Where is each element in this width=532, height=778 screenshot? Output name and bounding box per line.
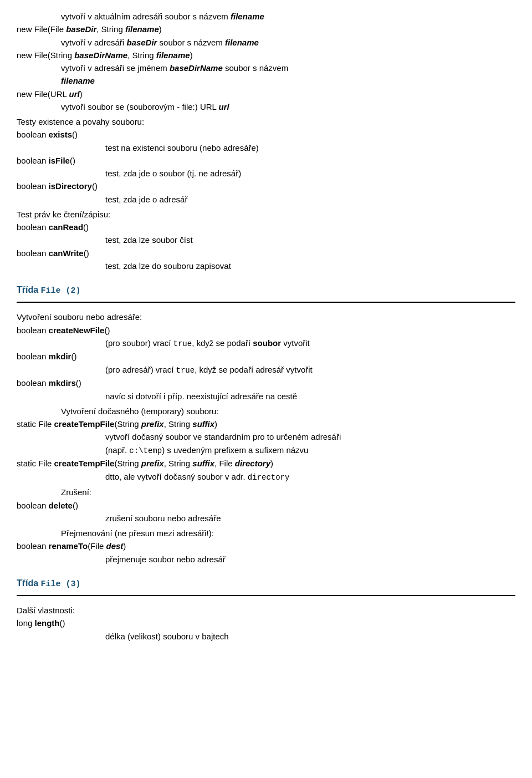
text: ) xyxy=(80,89,83,99)
line-2: new File(File baseDir, String filename) xyxy=(17,23,515,35)
line-delete-desc: zrušení souboru nebo adresáře xyxy=(105,512,515,525)
section-divider-file3 xyxy=(17,595,515,596)
text-bold: filename xyxy=(61,76,95,85)
line-prejmenovani-label: Přejmenování (ne přesun mezi adresáři!): xyxy=(61,527,515,540)
text-bold: filename xyxy=(125,24,159,34)
line-6: filename xyxy=(61,74,515,87)
text: new File(String xyxy=(17,50,74,60)
line-createtempfile1-desc2: (např. c:\temp) s uvedeným prefixem a su… xyxy=(105,444,515,457)
text-bold: length xyxy=(35,618,60,628)
heading-code: File (3) xyxy=(41,579,81,589)
text: Vytvoření souboru nebo adresáře: xyxy=(17,312,142,322)
text-bold: baseDir xyxy=(126,38,157,47)
text: boolean xyxy=(17,181,49,191)
text: static File xyxy=(17,459,54,468)
text-bold-italic: suffix xyxy=(192,459,214,468)
line-canread-desc: test, zda lze soubor číst xyxy=(105,233,515,246)
text: ) xyxy=(123,541,126,551)
section-heading-file2: Třída File (2) xyxy=(17,283,515,297)
text: test na existenci souboru (nebo adresáře… xyxy=(105,143,259,152)
text-bold: canRead xyxy=(49,222,84,232)
line-createtempfile2-desc: dtto, ale vytvoří dočasný soubor v adr. … xyxy=(105,470,515,484)
text: (String xyxy=(114,459,141,468)
text-bold: delete xyxy=(49,501,73,510)
line-canread-sig: boolean canRead() xyxy=(17,221,515,233)
text: navíc si dotvoří i příp. neexistující ad… xyxy=(105,391,297,401)
section-file3-content: Další vlastnosti: long length() délka (v… xyxy=(17,604,515,643)
line-dalsi-label: Další vlastnosti: xyxy=(17,604,515,617)
text: boolean xyxy=(17,130,49,139)
line-isfile-sig: boolean isFile() xyxy=(17,154,515,167)
text: boolean xyxy=(17,378,49,388)
heading-code: File (2) xyxy=(41,286,81,296)
text: Test práv ke čtení/zápisu: xyxy=(17,210,110,219)
text: (String xyxy=(114,419,141,429)
text-bold: renameTo xyxy=(49,541,88,551)
text: (pro soubor) vrací xyxy=(105,338,173,348)
text: (pro adresář) vrací xyxy=(105,365,176,374)
text: dtto, ale vytvoří dočasný soubor v adr. xyxy=(105,472,248,481)
text: () xyxy=(72,130,78,139)
text-bold: mkdir xyxy=(49,352,71,361)
text: soubor s názvem xyxy=(157,38,225,47)
text-mono: true xyxy=(173,339,192,348)
text: vytvoří v aktuálním adresáři soubor s ná… xyxy=(61,12,231,21)
text-bold: canWrite xyxy=(49,248,84,258)
text-bold: mkdirs xyxy=(49,378,76,388)
text: boolean xyxy=(17,326,49,335)
text-bold: baseDirName xyxy=(170,63,223,73)
text: , String xyxy=(96,24,125,34)
line-exists-sig: boolean exists() xyxy=(17,128,515,141)
text: () xyxy=(84,248,89,258)
text: Testy existence a povahy souboru: xyxy=(17,117,144,126)
line-mkdir-sig: boolean mkdir() xyxy=(17,350,515,363)
text: new File(URL xyxy=(17,89,69,99)
text: ) xyxy=(214,419,217,429)
section-divider-file2 xyxy=(17,302,515,303)
line-1: vytvoří v aktuálním adresáři soubor s ná… xyxy=(61,10,515,23)
line-3: vytvoří v adresáři baseDir soubor s názv… xyxy=(61,36,515,49)
line-mkdirs-sig: boolean mkdirs() xyxy=(17,377,515,389)
text: , když se podaří adresář vytvořit xyxy=(195,365,313,374)
text: , File xyxy=(214,459,235,468)
text: Vytvoření dočasného (temporary) souboru: xyxy=(61,406,219,416)
text: () xyxy=(70,156,75,165)
text: , String xyxy=(127,50,156,60)
line-canwrite-desc: test, zda lze do souboru zapisovat xyxy=(105,260,515,272)
text: test, zda jde o soubor (tj. ne adresář) xyxy=(105,169,241,178)
text-bold: soubor xyxy=(253,338,281,348)
text: (File xyxy=(88,541,106,551)
text: přejmenuje soubor nebo adresář xyxy=(105,555,226,564)
text: Další vlastnosti: xyxy=(17,606,75,615)
text-bold-italic: prefix xyxy=(141,459,164,468)
text: vytvoří v adresáři xyxy=(61,38,126,47)
text: (např. xyxy=(105,445,129,455)
text-bold: isDirectory xyxy=(49,181,92,191)
line-createnewfile-sig: boolean createNewFile() xyxy=(17,324,515,337)
line-isdir-sig: boolean isDirectory() xyxy=(17,180,515,192)
text-bold: url xyxy=(219,102,229,111)
text-bold-italic: dest xyxy=(106,541,123,551)
line-delete-sig: boolean delete() xyxy=(17,499,515,512)
text: ) xyxy=(190,50,193,60)
text: () xyxy=(60,618,65,628)
text-bold: filename xyxy=(156,50,190,60)
heading-label: Třída xyxy=(17,285,41,294)
line-canwrite-sig: boolean canWrite() xyxy=(17,247,515,260)
text-bold: baseDir xyxy=(66,24,96,34)
text: () xyxy=(92,181,98,191)
line-testprav: Test práv ke čtení/zápisu: xyxy=(17,208,515,221)
text: délka (velikost) souboru v bajtech xyxy=(105,632,229,641)
text: boolean xyxy=(17,156,49,165)
text-bold-italic: suffix xyxy=(192,419,214,429)
text-mono: true xyxy=(176,366,195,375)
text: boolean xyxy=(17,352,49,361)
text: test, zda lze do souboru zapisovat xyxy=(105,261,231,271)
line-length-sig: long length() xyxy=(17,617,515,629)
line-isdir-desc: test, zda jde o adresář xyxy=(105,193,515,206)
line-length-desc: délka (velikost) souboru v bajtech xyxy=(105,630,515,643)
line-docasny-label: Vytvoření dočasného (temporary) souboru: xyxy=(61,405,515,418)
text: boolean xyxy=(17,501,49,510)
text: vytvořit xyxy=(281,338,310,348)
line-mkdirs-desc: navíc si dotvoří i příp. neexistující ad… xyxy=(105,390,515,403)
